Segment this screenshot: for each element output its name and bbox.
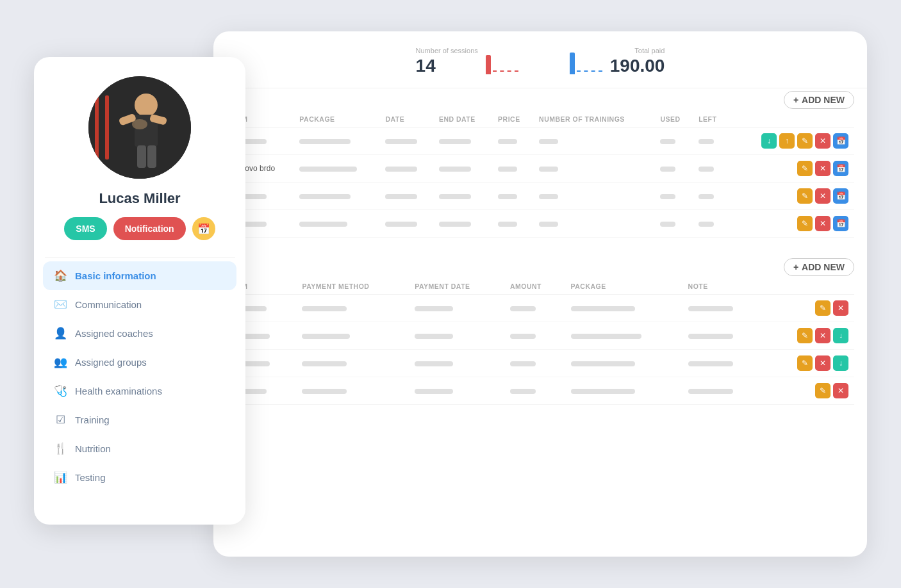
paid-stat: Total paid 190.00 (570, 47, 665, 76)
delete-button[interactable]: ✕ (815, 355, 831, 371)
check-icon: ☑ (53, 413, 67, 427)
calendar-button[interactable]: 📅 (192, 217, 215, 240)
sidebar-label-assigned-groups: Assigned groups (75, 357, 147, 368)
payments-table: GYM PAYMENT METHOD PAYMENT DATE AMOUNT P… (226, 276, 854, 405)
sidebar-item-assigned-coaches[interactable]: 👤 Assigned coaches (43, 319, 236, 348)
edit-button[interactable]: ✎ (797, 328, 813, 343)
edit-button[interactable]: ✎ (797, 355, 813, 371)
placeholder (498, 167, 517, 172)
sidebar-item-communication[interactable]: ✉️ Communication (43, 290, 236, 319)
paid-chart (570, 49, 602, 74)
delete-button[interactable]: ✕ (815, 188, 831, 204)
sidebar-item-training[interactable]: ☑ Training (43, 405, 236, 434)
envelope-icon: ✉️ (53, 298, 67, 311)
profile-card: Lucas Miller SMS Notification 📅 🏠 Basic … (34, 57, 245, 525)
placeholder (498, 194, 517, 199)
calendar-action-button[interactable]: 📅 (833, 161, 848, 176)
placeholder (439, 139, 471, 144)
delete-button[interactable]: ✕ (815, 133, 831, 149)
svg-rect-8 (147, 145, 156, 168)
paid-value: 190.00 (610, 56, 665, 76)
col-payment-method: PAYMENT METHOD (297, 276, 409, 295)
plus-icon: + (793, 95, 798, 105)
add-new-subscription-label: ADD NEW (802, 95, 845, 105)
edit-button[interactable]: ✎ (815, 383, 831, 398)
sidebar-item-testing[interactable]: 📊 Testing (43, 463, 236, 492)
placeholder (510, 389, 536, 394)
edit-button[interactable]: ✎ (815, 300, 831, 316)
download-button[interactable]: ↓ (833, 328, 848, 343)
placeholder (385, 194, 417, 199)
edit-button[interactable]: ✎ (797, 133, 813, 149)
add-new-payment-label: ADD NEW (802, 262, 845, 272)
sessions-stat: Number of sessions 14 (416, 47, 518, 76)
delete-button[interactable]: ✕ (815, 216, 831, 231)
main-panel: Number of sessions 14 Total paid 190.00 (213, 31, 867, 557)
sms-button[interactable]: SMS (64, 217, 106, 240)
sidebar-item-basic-information[interactable]: 🏠 Basic information (43, 261, 236, 290)
delete-button[interactable]: ✕ (815, 328, 831, 343)
placeholder (688, 389, 733, 394)
table-row: ✎ ✕ 📅 (226, 210, 854, 238)
paid-dashed-line (577, 70, 602, 72)
col-note: NOTE (683, 276, 763, 295)
sidebar-item-nutrition[interactable]: 🍴 Nutrition (43, 434, 236, 463)
table-row: ✎ ✕ (226, 295, 854, 322)
placeholder (498, 222, 517, 227)
edit-button[interactable]: ✎ (797, 161, 813, 176)
placeholder (539, 139, 558, 144)
col-date: DATE (380, 109, 433, 127)
col-amount: AMOUNT (505, 276, 566, 295)
groups-icon: 👥 (53, 355, 67, 369)
download-button[interactable]: ↓ (833, 355, 848, 371)
sidebar-label-health-examinations: Health examinations (75, 386, 162, 396)
row-actions: ✎ ✕ ↓ (768, 328, 849, 343)
row-actions: ✎ ✕ 📅 (734, 161, 849, 176)
notification-button[interactable]: Notification (113, 217, 186, 240)
sidebar-label-nutrition: Nutrition (75, 443, 111, 454)
sessions-dashed-line (493, 70, 518, 72)
placeholder (660, 167, 675, 172)
add-new-subscription-button[interactable]: + ADD NEW (784, 91, 854, 109)
edit-button[interactable]: ✎ (797, 216, 813, 231)
placeholder (660, 222, 675, 227)
placeholder (299, 139, 351, 144)
sidebar-item-health-examinations[interactable]: 🩺 Health examinations (43, 377, 236, 405)
table-section: + ADD NEW GYM PACKAGE DATE END DATE PRIC… (213, 88, 867, 556)
table-row: ✎ ✕ 📅 (226, 183, 854, 210)
coach-icon: 👤 (53, 327, 67, 340)
placeholder (571, 306, 635, 311)
calendar-action-button[interactable]: 📅 (833, 216, 848, 231)
calendar-action-button[interactable]: 📅 (833, 133, 848, 149)
col-package: PACKAGE (294, 109, 380, 127)
placeholder (698, 167, 714, 172)
row-actions: ✎ ✕ ↓ (768, 355, 849, 371)
delete-button[interactable]: ✕ (815, 161, 831, 176)
calendar-action-button[interactable]: 📅 (833, 188, 848, 204)
placeholder (385, 167, 417, 172)
divider (45, 257, 235, 257)
sessions-label: Number of sessions (416, 47, 478, 54)
sidebar-nav: 🏠 Basic information ✉️ Communication 👤 A… (34, 261, 245, 492)
download-button[interactable]: ↓ (761, 133, 777, 149)
sessions-chart (486, 49, 518, 74)
placeholder (571, 361, 635, 366)
delete-button[interactable]: ✕ (833, 383, 848, 398)
placeholder (439, 194, 471, 199)
placeholder (415, 306, 453, 311)
delete-button[interactable]: ✕ (833, 300, 848, 316)
subscriptions-table: GYM PACKAGE DATE END DATE PRICE NUMBER O… (226, 109, 854, 238)
sessions-value: 14 (416, 56, 436, 76)
sidebar-label-testing: Testing (75, 472, 106, 483)
placeholder (439, 222, 471, 227)
placeholder (660, 139, 675, 144)
placeholder (539, 194, 558, 199)
add-new-payment-button[interactable]: + ADD NEW (784, 258, 854, 276)
placeholder (688, 334, 733, 339)
placeholder (698, 139, 714, 144)
up-button[interactable]: ↑ (779, 133, 795, 149)
edit-button[interactable]: ✎ (797, 188, 813, 204)
placeholder (299, 194, 351, 199)
row-actions: ✎ ✕ 📅 (734, 188, 849, 204)
sidebar-item-assigned-groups[interactable]: 👥 Assigned groups (43, 348, 236, 377)
